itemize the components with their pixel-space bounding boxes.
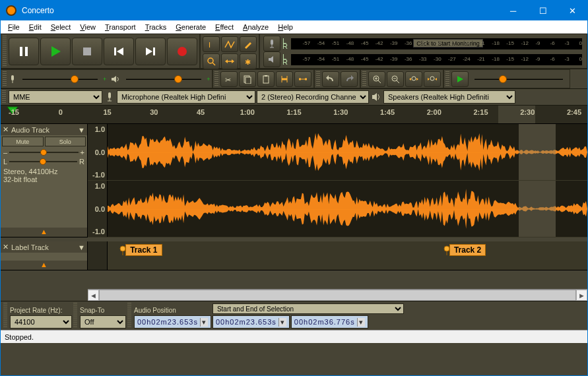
menu-generate[interactable]: Generate	[171, 22, 211, 32]
track-close-button[interactable]: ✕	[3, 125, 9, 134]
timeshift-tool[interactable]	[221, 53, 238, 69]
play-meter-speaker-icon[interactable]	[263, 51, 280, 67]
menu-edit[interactable]: Edit	[24, 22, 46, 32]
playback-meter[interactable]: -57-54-51-48-45-42-39-36-33-30-27-24-21-…	[291, 54, 582, 65]
svg-point-56	[444, 246, 449, 251]
waveform-display[interactable]: 1.00.0-1.0 1.00.0-1.0	[88, 124, 587, 237]
record-button[interactable]	[167, 38, 197, 65]
window-title: Concerto	[22, 6, 498, 15]
recording-meter[interactable]: Click to Start Monitoring -57-54-51-48-4…	[291, 38, 582, 49]
play-at-speed-button[interactable]	[451, 71, 469, 87]
lr-label: LR	[282, 38, 288, 49]
undo-button[interactable]	[322, 71, 339, 87]
label-area[interactable]: Track 1Track 2	[88, 241, 587, 270]
fit-selection-button[interactable]	[405, 71, 422, 87]
selection-end-field[interactable]: 00h02m36.776s▾	[291, 315, 368, 329]
horizontal-scrollbar[interactable]: ◄ ►	[88, 289, 587, 301]
titlebar: Concerto ─ ☐ ✕	[1, 1, 587, 20]
copy-button[interactable]	[239, 71, 256, 87]
timeline-ruler[interactable]: -1501530451:001:151:301:452:002:152:302:…	[1, 106, 587, 124]
grip[interactable]	[445, 71, 449, 86]
grip[interactable]	[3, 36, 7, 67]
svg-marker-10	[245, 42, 251, 49]
menu-file[interactable]: File	[3, 22, 24, 32]
gain-slider[interactable]	[9, 148, 78, 156]
zoom-out-button[interactable]	[387, 71, 404, 87]
track-menu-dropdown[interactable]: ▼	[78, 126, 85, 134]
multi-tool[interactable]: ✱	[240, 53, 257, 69]
mixer-toolbar: + +	[1, 69, 212, 88]
svg-marker-20	[269, 56, 273, 63]
audio-position-field[interactable]: 00h02m23.653s▾	[134, 315, 211, 329]
grip[interactable]	[3, 71, 7, 86]
snap-to-select[interactable]: Off	[80, 315, 126, 329]
stop-button[interactable]	[72, 38, 102, 65]
scroll-left-button[interactable]: ◄	[88, 290, 99, 301]
grip[interactable]	[127, 303, 131, 328]
playback-device-select[interactable]: Speakers (Realtek High Definiti	[383, 90, 515, 104]
grip[interactable]	[2, 90, 6, 104]
skip-start-button[interactable]	[104, 38, 134, 65]
status-text: Stopped.	[5, 333, 34, 341]
trim-button[interactable]	[276, 71, 293, 87]
pause-button[interactable]	[9, 38, 39, 65]
svg-rect-0	[20, 47, 22, 56]
svg-point-42	[412, 77, 416, 80]
playback-speed-slider[interactable]	[469, 74, 568, 84]
menu-view[interactable]: View	[75, 22, 100, 32]
svg-rect-4	[114, 47, 116, 55]
grip[interactable]	[73, 303, 77, 328]
track-label[interactable]: Track 1	[119, 244, 162, 256]
project-rate-label: Project Rate (Hz):	[10, 307, 72, 315]
zoom-tool[interactable]	[203, 53, 220, 69]
recording-volume-slider[interactable]	[17, 74, 103, 84]
recording-channels-select[interactable]: 2 (Stereo) Recording Channels	[257, 90, 369, 104]
grip[interactable]	[3, 303, 7, 328]
pan-slider[interactable]	[9, 158, 77, 166]
redo-button[interactable]	[341, 71, 358, 87]
grip[interactable]	[214, 71, 218, 86]
maximize-button[interactable]: ☐	[528, 1, 558, 20]
recording-device-select[interactable]: Microphone (Realtek High Defini	[117, 90, 255, 104]
menu-analyze[interactable]: Analyze	[238, 22, 273, 32]
svg-line-40	[397, 80, 399, 83]
track-collapse-button[interactable]: ▲	[1, 261, 87, 270]
draw-tool[interactable]	[240, 36, 257, 52]
minimize-button[interactable]: ─	[498, 1, 528, 20]
rec-meter-mic-icon[interactable]	[263, 36, 280, 51]
selection-tool[interactable]: I	[203, 36, 220, 52]
svg-rect-49	[108, 92, 111, 98]
play-button[interactable]	[40, 38, 71, 65]
menu-effect[interactable]: Effect	[211, 22, 238, 32]
silence-button[interactable]	[294, 71, 311, 87]
menu-select[interactable]: Select	[46, 22, 76, 32]
cut-button[interactable]: ✂	[220, 71, 238, 87]
envelope-tool[interactable]	[221, 36, 238, 52]
selection-mode-select[interactable]: Start and End of Selection	[212, 303, 404, 314]
skip-end-button[interactable]	[135, 38, 166, 65]
menu-tracks[interactable]: Tracks	[141, 22, 172, 32]
svg-marker-23	[112, 76, 116, 82]
grip[interactable]	[316, 71, 320, 86]
track-collapse-button[interactable]: ▲	[1, 228, 87, 237]
project-rate-select[interactable]: 44100	[10, 315, 72, 329]
svg-marker-43	[409, 78, 411, 80]
scroll-right-button[interactable]: ►	[576, 290, 587, 301]
grip[interactable]	[362, 71, 366, 86]
playback-volume-slider[interactable]	[121, 74, 207, 84]
mute-button[interactable]: Mute	[2, 137, 44, 146]
svg-marker-14	[225, 59, 228, 63]
track-close-button[interactable]: ✕	[3, 243, 9, 251]
svg-rect-3	[83, 47, 91, 55]
close-button[interactable]: ✕	[558, 1, 587, 20]
track-menu-dropdown[interactable]: ▼	[78, 243, 85, 251]
solo-button[interactable]: Solo	[45, 137, 86, 146]
selection-start-field[interactable]: 00h02m23.653s▾	[212, 315, 290, 329]
audio-host-select[interactable]: MME	[9, 90, 102, 104]
fit-project-button[interactable]	[424, 71, 441, 87]
menu-transport[interactable]: Transport	[100, 22, 141, 32]
paste-button[interactable]	[257, 71, 275, 87]
zoom-in-button[interactable]	[368, 71, 385, 87]
track-label[interactable]: Track 2	[443, 244, 486, 256]
menu-help[interactable]: Help	[273, 22, 298, 32]
